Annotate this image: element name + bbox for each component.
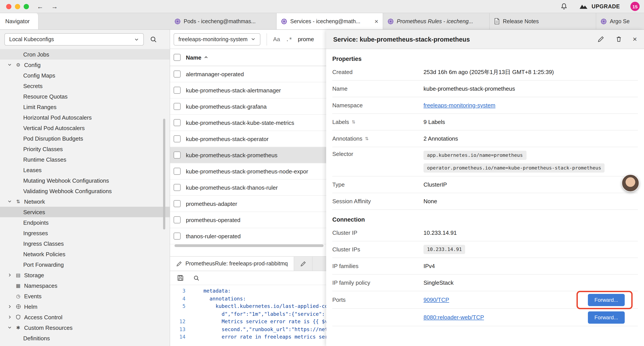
match-case-toggle[interactable]: Aa: [273, 36, 280, 42]
webcam-overlay-avatar[interactable]: [622, 174, 639, 192]
row-checkbox[interactable]: [174, 103, 180, 110]
delete-trash-icon[interactable]: [615, 35, 623, 43]
forward-icon[interactable]: →: [51, 3, 58, 10]
dock-tab-prometheusrule[interactable]: PrometheusRule: freeleaps-prod-rabbitmq: [170, 257, 294, 271]
line-number: 14: [170, 333, 186, 341]
sidebar-item-label: Network Policies: [23, 251, 65, 257]
sidebar-item-custom-resources[interactable]: ✱ Custom Resources: [0, 322, 170, 333]
labels-expand-toggle-icon[interactable]: ⇅: [352, 120, 356, 124]
sidebar-item-access-control[interactable]: Access Control: [0, 312, 170, 322]
tab-prometheus-rules[interactable]: Prometheus Rules - icecheng...: [383, 13, 490, 29]
upgrade-button[interactable]: UPGRADE: [579, 3, 620, 9]
sidebar-item-helm[interactable]: Helm: [0, 301, 170, 312]
sidebar-item-definitions[interactable]: Definitions: [0, 333, 170, 343]
list-search-box[interactable]: Aa .* prome: [266, 33, 314, 45]
sidebar-item-runtime-classes[interactable]: Runtime Classes: [0, 154, 170, 165]
row-label: Labels: [332, 119, 349, 125]
sidebar-item-label: Network: [24, 198, 45, 205]
sidebar-item-cron-jobs[interactable]: Cron Jobs: [0, 49, 170, 59]
search-query[interactable]: prome: [298, 36, 314, 42]
sidebar-item-vertical-pod-autoscalers[interactable]: Vertical Pod Autoscalers: [0, 123, 170, 133]
tab-close-icon[interactable]: ×: [374, 18, 378, 24]
sidebar-item-namespaces[interactable]: ▦ Namespaces: [0, 280, 170, 291]
sidebar-item-services[interactable]: Services: [0, 207, 170, 217]
sidebar-item-horizontal-pod-autoscalers[interactable]: Horizontal Pod Autoscalers: [0, 112, 170, 123]
ports-row-1: Ports 9090/TCP Forward...: [332, 291, 638, 309]
row-checkbox[interactable]: [174, 119, 180, 126]
sidebar-item-ingress-classes[interactable]: Ingress Classes: [0, 238, 170, 249]
name-column-header[interactable]: Name: [186, 54, 208, 61]
row-checkbox[interactable]: [174, 168, 180, 175]
sidebar-item-leases[interactable]: Leases: [0, 165, 170, 175]
labels-value[interactable]: 9 Labels: [424, 119, 445, 125]
sidebar-item-network-policies[interactable]: Network Policies: [0, 249, 170, 259]
row-checkbox[interactable]: [174, 87, 180, 94]
sidebar-item-events[interactable]: ◷ Events: [0, 291, 170, 301]
sidebar-item-storage[interactable]: ▤ Storage: [0, 270, 170, 280]
sidebar-item-network[interactable]: ⇅ Network: [0, 196, 170, 207]
notifications-bell-icon[interactable]: [560, 2, 569, 11]
sidebar-item-pod-disruption-budgets[interactable]: Pod Disruption Budgets: [0, 133, 170, 144]
sidebar-item-mutating-webhook-configurations[interactable]: Mutating Webhook Configurations: [0, 175, 170, 186]
name-header-label: Name: [186, 54, 202, 61]
table-horizontal-scrollbar[interactable]: [174, 244, 324, 247]
chevron-down-icon: [8, 199, 12, 204]
forward-button[interactable]: Forward...: [588, 311, 625, 324]
edit-pencil-icon[interactable]: [597, 35, 605, 43]
cluster-ips-row: Cluster IPs 10.233.14.91: [332, 241, 638, 258]
row-checkbox[interactable]: [174, 233, 180, 240]
row-checkbox[interactable]: [174, 200, 180, 207]
sidebar-item-priority-classes[interactable]: Priority Classes: [0, 144, 170, 154]
annotations-value[interactable]: 2 Annotations: [424, 135, 458, 142]
sidebar-item-limit-ranges[interactable]: Limit Ranges: [0, 102, 170, 112]
kubeconfig-select[interactable]: Local Kubeconfigs: [4, 33, 144, 45]
line-text: metadata:: [204, 287, 231, 295]
tab-argo[interactable]: Argo Se: [596, 13, 644, 29]
window-minimize-button[interactable]: [15, 4, 20, 9]
port-link[interactable]: 9090/TCP: [424, 297, 449, 303]
ip-family-policy-row: IP family policy SingleStack: [332, 275, 638, 291]
sidebar-search-icon[interactable]: [149, 35, 158, 44]
sidebar-item-label: Ingresses: [23, 230, 48, 236]
save-icon[interactable]: [176, 274, 184, 282]
sidebar-item-validating-webhook-configurations[interactable]: Validating Webhook Configurations: [0, 186, 170, 196]
dock-tab-partial[interactable]: [294, 257, 313, 271]
back-icon[interactable]: ←: [37, 3, 44, 10]
tab-label: Pods - icecheng@mathmas...: [184, 18, 272, 24]
line-text: error rate in freeleaps metrics ser: [204, 333, 328, 341]
row-checkbox[interactable]: [174, 135, 180, 142]
annotations-expand-toggle-icon[interactable]: ⇅: [365, 136, 369, 141]
pencil-icon: [176, 261, 182, 267]
line-text: annotations:: [204, 295, 246, 303]
notification-count-badge[interactable]: 15: [630, 2, 640, 11]
row-checkbox[interactable]: [174, 216, 180, 223]
row-checkbox[interactable]: [174, 184, 180, 191]
select-all-checkbox[interactable]: [174, 54, 180, 61]
row-checkbox[interactable]: [174, 152, 180, 159]
sidebar-item-ingresses[interactable]: Ingresses: [0, 228, 170, 238]
tab-navigator[interactable]: Navigator: [0, 13, 38, 29]
sidebar-item-resource-quotas[interactable]: Resource Quotas: [0, 91, 170, 102]
regex-toggle[interactable]: .*: [286, 36, 292, 42]
row-checkbox[interactable]: [174, 70, 180, 77]
port-link[interactable]: 8080:reloader-web/TCP: [424, 314, 484, 321]
forward-button[interactable]: Forward...: [588, 294, 625, 306]
namespace-select[interactable]: freeleaps-monitoring-system: [174, 33, 260, 45]
tab-pods[interactable]: Pods - icecheng@mathmas...: [170, 13, 277, 29]
window-close-button[interactable]: [6, 4, 12, 9]
drawer-body: Properties Created 253d 16h 6m ago (2025…: [326, 49, 644, 346]
storage-icon: ▤: [15, 272, 22, 278]
namespace-link[interactable]: freeleaps-monitoring-system: [424, 102, 496, 109]
sidebar-item-port-forwarding[interactable]: Port Forwarding: [0, 259, 170, 270]
tab-services[interactable]: Services - icecheng@math... ×: [277, 13, 383, 29]
sidebar-item-secrets[interactable]: Secrets: [0, 81, 170, 91]
sidebar-item-config[interactable]: ⚙ Config: [0, 59, 170, 70]
sidebar-item-config-maps[interactable]: Config Maps: [0, 70, 170, 81]
editor-search-icon[interactable]: [192, 274, 200, 282]
tab-release-notes[interactable]: Release Notes: [490, 13, 596, 29]
window-zoom-button[interactable]: [24, 4, 29, 9]
sidebar-item-endpoints[interactable]: Endpoints: [0, 217, 170, 228]
sidebar-scrollbar[interactable]: [163, 119, 165, 230]
drawer-close-icon[interactable]: ×: [632, 35, 637, 43]
session-affinity-row: Session Affinity None: [332, 193, 638, 210]
